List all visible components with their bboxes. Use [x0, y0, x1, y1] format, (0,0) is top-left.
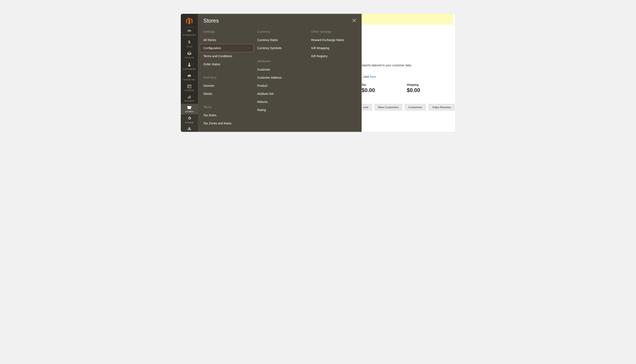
svg-rect-4: [188, 85, 191, 88]
menu-link-attribute-set[interactable]: Attribute Set: [254, 90, 308, 98]
magento-logo[interactable]: [184, 16, 195, 27]
layout-icon: [181, 84, 198, 88]
menu-group-title: Inventory: [200, 74, 254, 82]
sidebar-item-label: CATALOG: [181, 56, 198, 59]
flyout-title: Stores: [203, 18, 219, 24]
box-icon: [181, 52, 198, 56]
menu-group-title: Other Settings: [308, 28, 362, 36]
menu-group-title: Attributes: [254, 58, 308, 66]
menu-group-title: Taxes: [200, 104, 254, 111]
app-frame: DASHBOARD$SALESCATALOGCUSTOMERSMARKETING…: [181, 14, 455, 132]
tab-yotpo-reviews[interactable]: Yotpo Reviews: [428, 104, 455, 110]
tab-ucts[interactable]: ucts: [362, 104, 372, 110]
svg-rect-9: [190, 96, 191, 98]
menu-link-sources[interactable]: Sources: [200, 82, 254, 90]
menu-link-gift-registry[interactable]: Gift Registry: [308, 52, 362, 60]
bars-icon: [181, 95, 198, 99]
dashboard-text-fragment: reports tailored to your customer data.: [362, 64, 451, 67]
sidebar-item-sales[interactable]: $SALES: [181, 38, 198, 49]
menu-link-product[interactable]: Product: [254, 82, 308, 90]
menu-link-tax-rules[interactable]: Tax Rules: [200, 111, 254, 119]
svg-rect-7: [188, 97, 189, 98]
sidebar-item-marketing[interactable]: MARKETING: [181, 72, 198, 82]
menu-link-configuration[interactable]: Configuration: [200, 44, 254, 52]
sidebar-item-catalog[interactable]: CATALOG: [181, 49, 198, 60]
sidebar-item-customers[interactable]: CUSTOMERS: [181, 60, 198, 72]
menu-link-returns[interactable]: Returns: [254, 98, 308, 106]
sidebar-item-label: CUSTOMERS: [181, 68, 198, 70]
svg-rect-1: [189, 30, 190, 32]
sidebar-item-label: DASHBOARD: [181, 34, 198, 36]
stat-shipping: Shipping$0.00: [407, 83, 420, 93]
dashboard-background: reports tailored to your customer data. …: [362, 14, 455, 132]
stat-tax: Tax$0.00: [362, 83, 375, 93]
menu-link-tax-zones-and-rates[interactable]: Tax Zones and Rates: [200, 119, 254, 127]
sidebar-item-system[interactable]: SYSTEM: [181, 114, 198, 126]
notice-bar: [362, 14, 453, 24]
dashboard-click-hint: , click here.: [362, 75, 451, 78]
stat-value: $0.00: [407, 87, 420, 93]
tab-new-customers[interactable]: New Customers: [375, 104, 402, 110]
megaphone-icon: [181, 74, 198, 78]
menu-link-customer-address[interactable]: Customer Address: [254, 74, 308, 82]
person-icon: [181, 62, 198, 67]
close-icon[interactable]: [352, 18, 356, 23]
sidebar-item-label: SYSTEM: [181, 122, 198, 124]
svg-rect-10: [188, 108, 191, 109]
gauge-icon: [181, 29, 198, 33]
sidebar-item-label: SALES: [181, 46, 198, 48]
menu-link-terms-and-conditions[interactable]: Terms and Conditions: [200, 52, 254, 60]
sidebar-item-label: CONTENT: [181, 89, 198, 92]
svg-point-3: [189, 63, 190, 64]
stat-label: Tax: [362, 83, 375, 86]
menu-group-title: Settings: [200, 28, 254, 36]
stat-value: $0.00: [362, 87, 375, 93]
menu-link-order-status[interactable]: Order Status: [200, 60, 254, 68]
here-link[interactable]: here: [370, 75, 376, 78]
menu-link-stocks[interactable]: Stocks: [200, 90, 254, 98]
menu-link-currency-symbols[interactable]: Currency Symbols: [254, 44, 308, 52]
sidebar-item-find-partners-extensions[interactable]: FIND PARTNERS & EXTENSIONS: [181, 126, 198, 132]
sidebar-item-content[interactable]: CONTENT: [181, 82, 198, 93]
cubes-icon: [182, 127, 197, 132]
menu-link-all-stores[interactable]: All Stores: [200, 36, 254, 44]
dollar-icon: $: [181, 40, 198, 45]
menu-link-customer[interactable]: Customer: [254, 66, 308, 74]
sidebar-item-label: REPORTS: [181, 100, 198, 102]
stores-flyout: Stores SettingsAll StoresConfigurationTe…: [198, 14, 362, 132]
sidebar-item-dashboard[interactable]: DASHBOARD: [181, 27, 198, 38]
menu-link-currency-rates[interactable]: Currency Rates: [254, 36, 308, 44]
sidebar-item-stores[interactable]: STORES: [181, 104, 198, 114]
click-suffix: .: [376, 75, 377, 78]
svg-text:$: $: [188, 40, 190, 44]
sidebar-item-label: STORES: [181, 110, 198, 113]
storefront-icon: [181, 106, 198, 110]
menu-link-rating[interactable]: Rating: [254, 106, 308, 114]
gear-icon: [181, 116, 198, 121]
sidebar-item-label: MARKETING: [181, 79, 198, 81]
menu-group-title: Currency: [254, 28, 308, 36]
sidebar-item-reports[interactable]: REPORTS: [181, 93, 198, 104]
tab-customers[interactable]: Customers: [405, 104, 426, 110]
click-prefix: , click: [362, 75, 370, 78]
admin-sidebar: DASHBOARD$SALESCATALOGCUSTOMERSMARKETING…: [181, 14, 198, 132]
stat-label: Shipping: [407, 83, 420, 86]
menu-link-reward-exchange-rates[interactable]: Reward Exchange Rates: [308, 36, 362, 44]
svg-rect-8: [189, 96, 190, 99]
menu-link-gift-wrapping[interactable]: Gift Wrapping: [308, 44, 362, 52]
